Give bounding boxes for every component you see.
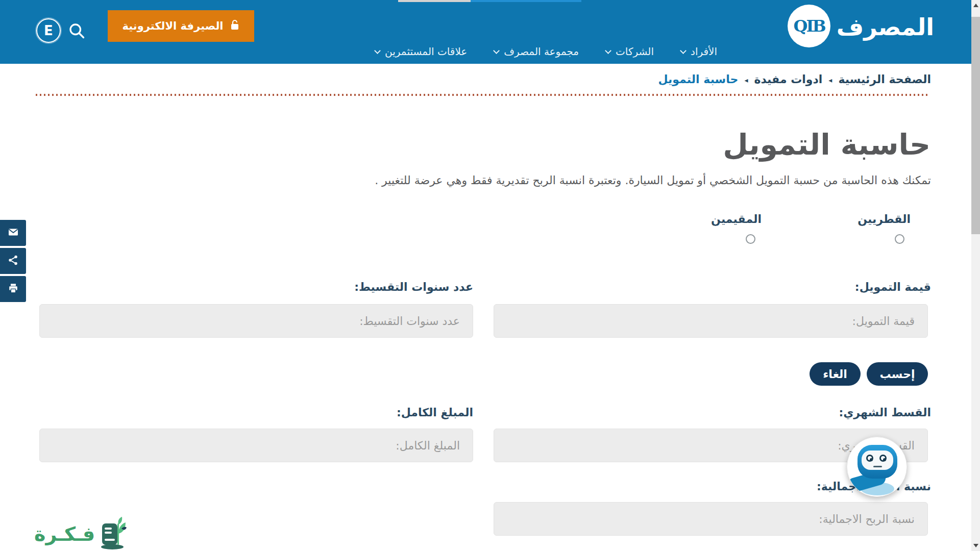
page-description: تمكنك هذه الحاسبة من حسبة التمويل الشخصي… — [375, 174, 931, 187]
share-nodes-icon — [8, 255, 19, 268]
share-sidebar — [0, 220, 26, 302]
search-button[interactable] — [65, 20, 88, 43]
top-tab-sliver-gray — [398, 0, 471, 2]
nav-item-corporates[interactable]: الشركات — [605, 45, 654, 58]
label-monthly-installment: القسط الشهري: — [839, 406, 931, 419]
nav-label: الأفراد — [691, 45, 717, 58]
language-toggle-button[interactable]: E — [36, 18, 61, 43]
chevron-down-icon — [680, 47, 687, 54]
qib-logo-wordmark: المصرف — [840, 13, 934, 41]
share-button[interactable] — [0, 248, 26, 274]
breadcrumb-home[interactable]: الصفحة الرئيسية — [838, 73, 931, 86]
book-plant-icon — [98, 516, 127, 551]
label-total-amount: المبلغ الكامل: — [397, 406, 473, 419]
breadcrumb-arrow-icon: ◂ — [744, 74, 748, 84]
input-installment-years[interactable] — [39, 304, 473, 338]
nav-label: الشركات — [616, 45, 654, 58]
breadcrumb-useful-tools[interactable]: ادوات مفيدة — [754, 73, 822, 86]
input-total-amount[interactable] — [39, 429, 473, 462]
fikra-watermark: فـكـرة — [34, 516, 127, 551]
print-button[interactable] — [0, 276, 26, 302]
input-total-profit-rate[interactable] — [494, 502, 928, 536]
label-installment-years: عدد سنوات التقسيط: — [354, 281, 473, 293]
vertical-scrollbar[interactable] — [971, 0, 980, 551]
radio-label-qatari: القطريين — [857, 213, 911, 226]
robot-icon — [857, 445, 897, 479]
input-financing-amount[interactable] — [494, 304, 928, 338]
chatbot-launcher[interactable] — [847, 437, 907, 497]
printer-icon — [8, 283, 19, 296]
envelope-icon — [7, 226, 19, 240]
scrollbar-thumb[interactable] — [971, 17, 980, 234]
padlock-icon — [230, 19, 240, 33]
qib-logo-mark: QIB — [794, 16, 825, 36]
radio-group-resident: المقيمين — [711, 213, 762, 244]
qib-logo[interactable]: QIB — [788, 5, 830, 47]
ebanking-button[interactable]: الصيرفة الالكترونية — [108, 10, 254, 42]
cancel-button[interactable]: الغاء — [810, 362, 861, 386]
top-tab-sliver-blue — [471, 0, 581, 2]
scroll-up-button[interactable] — [971, 1, 980, 10]
nav-label: مجموعة المصرف — [504, 45, 579, 58]
breadcrumb-arrow-icon: ◂ — [828, 74, 832, 84]
breadcrumb-current: حاسبة التمويل — [658, 73, 738, 86]
email-share-button[interactable] — [0, 220, 26, 246]
page-title: حاسبة التمويل — [723, 128, 930, 161]
search-icon — [67, 21, 86, 42]
ebanking-button-label: الصيرفة الالكترونية — [122, 20, 223, 32]
nav-label: علاقات المستثمرين — [385, 45, 467, 58]
nav-item-bank-group[interactable]: مجموعة المصرف — [493, 45, 579, 58]
radio-label-resident: المقيمين — [711, 213, 762, 226]
scroll-down-button[interactable] — [971, 541, 980, 550]
site-header: E الصيرفة الالكترونية الأفراد الشركات — [0, 0, 971, 64]
label-financing-amount: قيمة التمويل: — [855, 281, 931, 293]
calculate-button[interactable]: إحسب — [867, 362, 928, 386]
radio-button-qatari[interactable] — [895, 234, 904, 244]
chevron-down-icon — [374, 47, 381, 54]
fikra-watermark-text: فـكـرة — [34, 523, 95, 545]
main-nav: الأفراد الشركات مجموعة المصرف علاقات الم… — [374, 45, 717, 58]
form-actions: إحسب الغاء — [810, 362, 928, 386]
radio-group-qatari: القطريين — [857, 213, 911, 244]
radio-button-resident[interactable] — [746, 234, 755, 244]
nav-item-investor-relations[interactable]: علاقات المستثمرين — [374, 45, 467, 58]
chevron-down-icon — [493, 47, 500, 54]
chevron-down-icon — [605, 47, 611, 54]
nav-item-individuals[interactable]: الأفراد — [680, 45, 717, 58]
dotted-divider — [36, 94, 930, 96]
breadcrumb: الصفحة الرئيسية ◂ ادوات مفيدة ◂ حاسبة ال… — [658, 73, 931, 86]
